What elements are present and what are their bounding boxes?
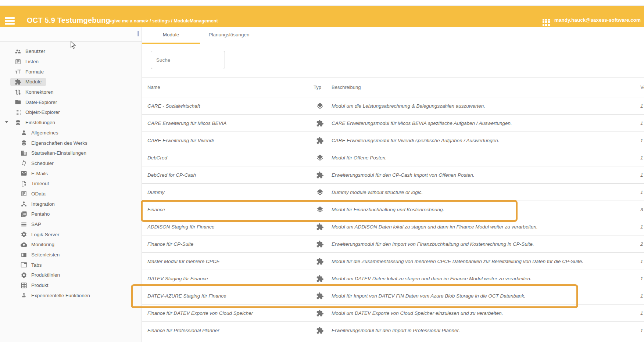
sidebar-item-sap[interactable]: SAP bbox=[0, 219, 135, 230]
connector-icon bbox=[15, 89, 21, 96]
table-row[interactable]: CARE - SozialwirtschaftModul um die Leis… bbox=[142, 97, 644, 115]
sidebar-item-seitenleisten[interactable]: Seitenleisten bbox=[0, 250, 135, 260]
sidebar-item-produktlinien[interactable]: Produktlinien bbox=[0, 270, 135, 280]
module-description: Dummy module without structure or logic. bbox=[332, 190, 621, 195]
module-typ-cell bbox=[308, 240, 332, 248]
table-row[interactable]: DATEV-AZURE Staging für FinanceModul für… bbox=[142, 287, 644, 305]
puzzle-icon bbox=[316, 258, 324, 265]
expander-arrow-icon[interactable] bbox=[5, 121, 8, 123]
sidebar-item-listen[interactable]: Listen bbox=[0, 57, 135, 67]
person-icon bbox=[21, 129, 27, 136]
sidebar-item-e-mails[interactable]: E-Mails bbox=[0, 168, 135, 179]
table-row[interactable]: FinanceModul für Finanzbuchhaltung und K… bbox=[142, 201, 644, 218]
table-row[interactable]: CARE Erweiterung für VivendiCARE Erweite… bbox=[142, 132, 644, 149]
sidebar-item-module[interactable]: Module bbox=[0, 77, 135, 87]
sidebar-item-label: Produktlinien bbox=[31, 272, 60, 278]
sidebar-item-label: Listen bbox=[25, 59, 39, 64]
table-row[interactable]: DummyDummy module without structure or l… bbox=[142, 184, 644, 201]
sidebar-item-pentaho[interactable]: Pentaho bbox=[0, 209, 135, 219]
puzzle-icon bbox=[316, 309, 324, 317]
sidebar-item-logik-server[interactable]: Logik-Server bbox=[0, 229, 135, 240]
module-description: Modul um die Leistungsabrechnung & Beleg… bbox=[332, 103, 621, 109]
sidebar-item-integration[interactable]: Integration bbox=[0, 199, 135, 209]
module-typ-cell bbox=[308, 258, 332, 265]
sidebar-item-content: Scheduler bbox=[16, 159, 58, 167]
format-icon bbox=[15, 68, 21, 75]
module-name: DebCred bbox=[142, 155, 308, 161]
users-icon bbox=[15, 48, 21, 55]
app-title: OCT 5.9 Testumgebung bbox=[27, 16, 110, 25]
sidebar-item-scheduler[interactable]: Scheduler bbox=[0, 158, 135, 169]
module-version: 3 bbox=[621, 207, 644, 212]
sidebar-item-label: SAP bbox=[31, 222, 41, 227]
sidebar-item-label: Seitenleisten bbox=[31, 252, 60, 258]
sidebar-item-content: Tabs bbox=[16, 261, 46, 269]
rows-icon bbox=[21, 221, 27, 228]
table-row[interactable]: CARE Erweiterung für Micos BEVIACARE Erw… bbox=[142, 115, 644, 132]
sidebar-item-content: Produkt bbox=[16, 281, 53, 289]
sidebar-item-content: Datei-Explorer bbox=[10, 98, 61, 106]
sync-icon bbox=[21, 160, 27, 166]
mail-icon bbox=[21, 170, 27, 177]
sidebar-item-label: Scheduler bbox=[31, 161, 54, 166]
table-row[interactable]: Master Modul für mehrere CPCEModul für d… bbox=[142, 253, 644, 270]
table-row[interactable]: Finance für CP-SuiteErweiterungsmodul fü… bbox=[142, 235, 644, 253]
sidebar-item-content: Formate bbox=[10, 68, 48, 76]
module-typ-cell bbox=[308, 292, 332, 300]
sidebar-nav: BenutzerListenFormateModuleKonnektorenDa… bbox=[0, 46, 135, 300]
module-description: CARE Erweiterungsmodul für Vivendi spezi… bbox=[332, 138, 621, 143]
table-row[interactable]: DebCred for CP-CashErweiterungsmodul für… bbox=[142, 166, 644, 184]
table-row[interactable]: Finance für DATEV Exporte von Cloud Spei… bbox=[142, 305, 644, 322]
sidebar-item-label: Allgemeines bbox=[31, 130, 58, 136]
table-row[interactable]: DATEV Staging für FinanceModul um DATEV … bbox=[142, 270, 644, 287]
module-typ-cell bbox=[308, 223, 332, 231]
sidebar-item-tabs[interactable]: Tabs bbox=[0, 260, 135, 270]
apps-grid-icon[interactable] bbox=[543, 19, 551, 27]
table-row[interactable]: ADDISON Staging für FinanceModul um ADDI… bbox=[142, 218, 644, 235]
layers-icon bbox=[316, 102, 324, 110]
column-header-beschreibung: Beschreibung bbox=[332, 84, 621, 90]
sidebar-item-einstellungen[interactable]: Einstellungen bbox=[0, 118, 135, 128]
sidepanel-icon bbox=[21, 252, 27, 258]
module-name: Finance bbox=[142, 207, 308, 212]
table-header-row: Name Typ Beschreibung Version bbox=[142, 77, 644, 97]
sidebar-splitter-handle[interactable] bbox=[135, 27, 142, 42]
sidebar-item-produkt[interactable]: Produkt bbox=[0, 280, 135, 291]
sidebar-item-datei-explorer[interactable]: Datei-Explorer bbox=[0, 97, 135, 107]
sidebar-item-label: Produkt bbox=[31, 282, 49, 288]
sidebar-item-experimentelle-funktionen[interactable]: Experimentelle Funktionen bbox=[0, 291, 135, 301]
file-gear-icon bbox=[21, 180, 27, 187]
sidebar-item-formate[interactable]: Formate bbox=[0, 66, 135, 77]
tab-module[interactable]: Module bbox=[142, 27, 200, 44]
module-version: 1 bbox=[621, 155, 644, 161]
list-icon bbox=[15, 58, 21, 65]
gear-plus-icon bbox=[21, 231, 27, 238]
module-description: Modul um ADDISON Daten lokal zu stagen u… bbox=[332, 224, 621, 230]
module-version: 1 bbox=[621, 259, 644, 264]
dot-grid-icon bbox=[15, 109, 21, 116]
table-row[interactable]: Finance für Professional PlannerErweiter… bbox=[142, 322, 644, 339]
app-version-label: App 5.9.18 | DB 5.9.17 bbox=[604, 27, 642, 31]
sidebar-item-odata[interactable]: OData bbox=[0, 189, 135, 199]
table-row[interactable]: DebCredModul für Offene Posten.1 bbox=[142, 149, 644, 166]
user-email[interactable]: mandy.hauck@saxess-software.com bbox=[554, 17, 641, 23]
module-version: 1 bbox=[621, 120, 644, 126]
menu-icon[interactable] bbox=[5, 17, 15, 25]
layers-icon bbox=[316, 188, 324, 196]
sidebar-item-monitoring[interactable]: Monitoring bbox=[0, 240, 135, 250]
grid-icon bbox=[21, 282, 27, 289]
sidebar-item-content: Einstellungen bbox=[10, 119, 60, 127]
search-input[interactable] bbox=[151, 51, 225, 69]
sidebar-item-allgemeines[interactable]: Allgemeines bbox=[0, 128, 135, 138]
sidebar-item-eigenschaften-des-werks[interactable]: Eigenschaften des Werks bbox=[0, 138, 135, 148]
tab-planungsloesungen[interactable]: Planungslösungen bbox=[200, 27, 258, 44]
module-name: DATEV-AZURE Staging für Finance bbox=[142, 293, 308, 299]
sidebar-item-objekt-explorer[interactable]: Objekt-Explorer bbox=[0, 107, 135, 118]
sidebar-item-timeout[interactable]: Timeout bbox=[0, 179, 135, 189]
sidebar-item-konnektoren[interactable]: Konnektoren bbox=[0, 87, 135, 97]
sidebar-item-startseiten-einstellungen[interactable]: Startseiten-Einstellungen bbox=[0, 148, 135, 158]
sidebar-item-benutzer[interactable]: Benutzer bbox=[0, 46, 135, 57]
module-version: 1 bbox=[621, 138, 644, 143]
database-icon bbox=[21, 140, 27, 146]
sidebar-item-content: Produktlinien bbox=[16, 271, 64, 279]
